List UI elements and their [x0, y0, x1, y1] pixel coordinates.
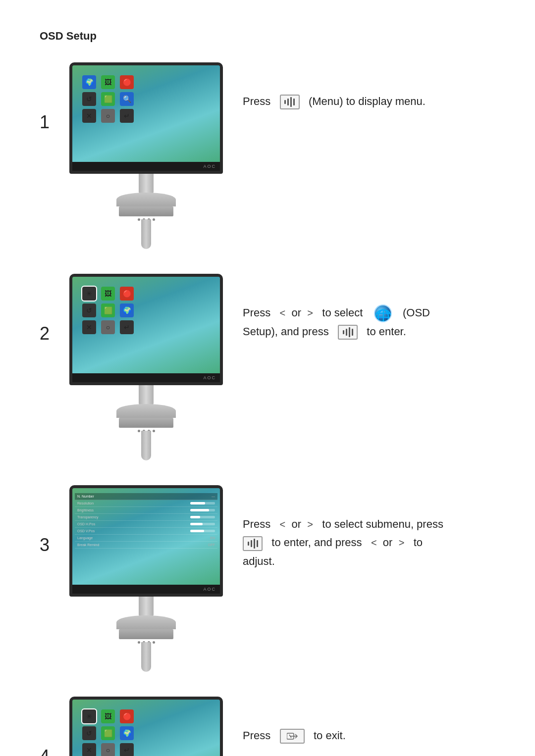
- step-1-row: 1 🌍 🖼 🔴 ↺ 🟩 🔍: [40, 62, 495, 249]
- osd-row-4-1: ✳ 🖼 🔴: [82, 709, 134, 723]
- stand-base-mid-1: [119, 206, 173, 216]
- osd-icon-6: 🔍: [120, 92, 134, 106]
- or-3b: or: [383, 536, 393, 549]
- step-1-text: Press (Menu) to display menu.: [243, 62, 495, 110]
- step-3-text: Press < or > to select submenu, press to…: [243, 485, 495, 570]
- osd-icon-2: 🖼: [101, 75, 115, 89]
- settings-item-2: Resolution: [75, 500, 217, 507]
- menu-button-2[interactable]: [338, 325, 358, 340]
- step-4-press: Press: [243, 729, 270, 742]
- monitor-brand-3: AOC: [203, 587, 216, 592]
- monitor-bezel-2: AOC: [72, 373, 220, 382]
- step-3-left: 3 N. Number — Resolution: [40, 485, 223, 672]
- or-3a: or: [292, 518, 302, 530]
- osd-icon-8: ○: [101, 109, 115, 123]
- dot-2-4: [153, 430, 155, 432]
- stand-arm-1: [141, 219, 151, 249]
- bar-item-2: [190, 502, 215, 504]
- exit-icon-svg: [287, 732, 298, 740]
- settings-item-3: Brightness: [75, 507, 217, 514]
- settings-label-8: Break Remind: [77, 543, 99, 547]
- step-2-text: Press < or > to select (OSDSetup), and p…: [243, 274, 495, 341]
- osd-icon-2-9: ↵: [120, 320, 134, 334]
- osd-icon-4-5: 🟩: [101, 726, 115, 740]
- settings-item-8: Break Remind OFF: [75, 542, 217, 549]
- bar2: [287, 99, 289, 105]
- osd-icon-2-2: 🖼: [101, 287, 115, 301]
- settings-label-4: Transparency: [77, 515, 99, 519]
- step-3-row: 3 N. Number — Resolution: [40, 485, 495, 672]
- osd-icon-2-5: 🟩: [101, 303, 115, 317]
- stand-base-top-1: [116, 193, 176, 206]
- osd-icon-2-6: 🌍: [120, 303, 134, 317]
- dot-1: [138, 218, 140, 221]
- chevron-left-2: <: [280, 307, 286, 318]
- osd-icon-4-8: ○: [101, 743, 115, 756]
- chevron-left-3b: <: [371, 537, 377, 548]
- stand-arm-2: [141, 431, 151, 460]
- bar-item-5: [190, 523, 215, 525]
- bar-2-3: [349, 327, 350, 337]
- step-2-left: 2 ✳ 🖼 🔴 ↺ 🟩 🌍: [40, 274, 223, 460]
- screen-1: 🌍 🖼 🔴 ↺ 🟩 🔍 ✕ ○: [72, 65, 220, 162]
- osd-icon-1: 🌍: [82, 75, 96, 89]
- stand-arm-3: [141, 642, 151, 672]
- osd-icon-4-1: ✳: [82, 709, 96, 723]
- dot-4: [153, 218, 155, 221]
- page: OSD Setup 1 🌍 🖼 🔴 ↺: [0, 0, 535, 756]
- monitor-4: ✳ 🖼 🔴 ↺ 🟩 🌍 ✕ ○: [69, 697, 223, 756]
- step-3-monitor: N. Number — Resolution Brightness: [69, 485, 223, 672]
- chevron-right-3b: >: [399, 537, 405, 548]
- bar-item-6: [190, 530, 215, 532]
- settings-item-1: N. Number —: [75, 493, 217, 500]
- menu-button-1[interactable]: [280, 95, 300, 109]
- osd-icon-2-3: 🔴: [120, 287, 134, 301]
- osd-icon-5: 🟩: [101, 92, 115, 106]
- chevron-right-2: >: [307, 307, 313, 318]
- screen-3: N. Number — Resolution Brightness: [72, 488, 220, 585]
- step-4-row: 4 ✳ 🖼 🔴 ↺ 🟩 🌍: [40, 697, 495, 756]
- osd-icon-2-8: ○: [101, 320, 115, 334]
- exit-button[interactable]: [280, 729, 305, 744]
- bar-2-4: [352, 329, 353, 336]
- stand-1: [69, 174, 223, 249]
- page-title: OSD Setup: [40, 30, 495, 43]
- osd-icon-2-7: ✕: [82, 320, 96, 334]
- bar-2-2: [346, 329, 347, 336]
- or-2: or: [292, 306, 302, 319]
- menu-button-3[interactable]: [243, 536, 263, 551]
- stand-2: [69, 385, 223, 460]
- stand-base-mid-2: [119, 418, 173, 428]
- settings-item-5: OSD H.Pos: [75, 521, 217, 528]
- settings-label-3: Brightness: [77, 508, 94, 512]
- stand-neck-3: [139, 597, 154, 616]
- osd-row-1-2: ↺ 🟩 🔍: [82, 92, 134, 106]
- step-3-press: Press: [243, 518, 270, 530]
- settings-val-1: —: [212, 495, 215, 498]
- bar-3-4: [257, 540, 258, 547]
- bar-item-4: [190, 516, 215, 518]
- stand-base-top-3: [116, 615, 176, 629]
- monitor-bezel-3: AOC: [72, 585, 220, 594]
- osd-menu-4: ✳ 🖼 🔴 ↺ 🟩 🌍 ✕ ○: [82, 709, 134, 756]
- dot-2-1: [138, 430, 140, 432]
- step-2-press: Press: [243, 306, 270, 319]
- step-4-text: Press to exit.: [243, 697, 495, 745]
- settings-val-8: OFF: [208, 543, 215, 547]
- bar-2-1: [343, 330, 344, 334]
- settings-label-2: Resolution: [77, 502, 94, 505]
- osd-row-1-1: 🌍 🖼 🔴: [82, 75, 134, 89]
- screen-4: ✳ 🖼 🔴 ↺ 🟩 🌍 ✕ ○: [72, 700, 220, 756]
- chevron-left-3a: <: [280, 519, 286, 530]
- osd-row-4-3: ✕ ○ ↵: [82, 743, 134, 756]
- step-2-monitor: ✳ 🖼 🔴 ↺ 🟩 🌍 ✕ ○: [69, 274, 223, 460]
- step-2-row: 2 ✳ 🖼 🔴 ↺ 🟩 🌍: [40, 274, 495, 460]
- osd-icon-4-9: ↵: [120, 743, 134, 756]
- settings-item-4: Transparency: [75, 514, 217, 521]
- bar-item-3: [190, 509, 215, 511]
- chevron-right-3a: >: [307, 519, 313, 530]
- stand-3: [69, 597, 223, 672]
- settings-val-7: EN: [210, 536, 215, 540]
- osd-row-4-2: ↺ 🟩 🌍: [82, 726, 134, 740]
- osd-icon-4-2: 🖼: [101, 709, 115, 723]
